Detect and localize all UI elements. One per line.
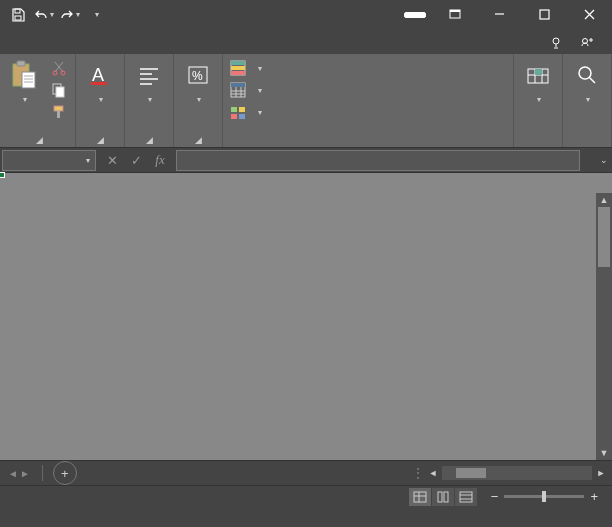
dialog-launcher-icon[interactable]: ◢ bbox=[146, 135, 153, 145]
svg-rect-32 bbox=[231, 66, 245, 70]
ribbon: ▾ ◢ A▾ ◢ ▾ ◢ %▾ ◢ ▾ ▾ ▾ bbox=[0, 54, 612, 148]
tell-me-button[interactable] bbox=[544, 32, 571, 54]
copy-button[interactable] bbox=[47, 79, 71, 101]
cell-styles-button[interactable]: ▾ bbox=[227, 101, 265, 123]
group-cells: ▾ bbox=[514, 54, 563, 147]
dialog-launcher-icon[interactable]: ◢ bbox=[97, 135, 104, 145]
group-alignment: ▾ ◢ bbox=[125, 54, 174, 147]
close-button[interactable] bbox=[567, 0, 612, 29]
expand-formula-bar-icon[interactable]: ⌄ bbox=[596, 155, 612, 165]
undo-icon[interactable]: ▾ bbox=[32, 3, 56, 27]
view-normal-icon[interactable] bbox=[409, 488, 431, 506]
sheet-tab-bar: ◄ ► + ⋮ ◄ ► bbox=[0, 460, 612, 485]
quick-access-toolbar: ▾ ▾ ▾ bbox=[0, 3, 108, 27]
group-font: A▾ ◢ bbox=[76, 54, 125, 147]
cells-button[interactable]: ▾ bbox=[518, 57, 558, 106]
cut-button[interactable] bbox=[47, 57, 71, 79]
share-button[interactable] bbox=[575, 32, 602, 54]
title-bar: ▾ ▾ ▾ bbox=[0, 0, 612, 29]
editing-button[interactable]: ▾ bbox=[567, 57, 607, 106]
svg-rect-40 bbox=[231, 107, 237, 112]
new-sheet-button[interactable]: + bbox=[53, 461, 77, 485]
svg-rect-5 bbox=[540, 10, 549, 19]
svg-line-50 bbox=[589, 77, 595, 83]
redo-icon[interactable]: ▾ bbox=[58, 3, 82, 27]
name-box[interactable]: ▾ bbox=[2, 150, 96, 171]
qat-customize-icon[interactable]: ▾ bbox=[84, 3, 108, 27]
sheet-nav-prev-icon[interactable]: ► bbox=[20, 468, 30, 479]
svg-rect-33 bbox=[231, 71, 245, 75]
svg-rect-56 bbox=[460, 492, 472, 502]
number-button[interactable]: %▾ bbox=[178, 57, 218, 106]
cancel-formula-icon[interactable]: ✕ bbox=[102, 153, 122, 168]
save-icon[interactable] bbox=[6, 3, 30, 27]
status-bar: − + bbox=[0, 485, 612, 507]
svg-text:%: % bbox=[192, 69, 203, 83]
maximize-button[interactable] bbox=[522, 0, 567, 29]
svg-rect-20 bbox=[54, 106, 63, 111]
spreadsheet-grid[interactable]: ▲ ▼ bbox=[0, 173, 612, 460]
svg-rect-41 bbox=[239, 107, 245, 112]
paste-button[interactable]: ▾ bbox=[4, 57, 44, 106]
view-page-break-icon[interactable] bbox=[455, 488, 477, 506]
scrollbar-thumb[interactable] bbox=[598, 207, 610, 267]
svg-rect-0 bbox=[15, 9, 20, 13]
formula-input[interactable] bbox=[176, 150, 580, 171]
svg-rect-21 bbox=[57, 111, 60, 118]
group-styles: ▾ ▾ ▾ bbox=[223, 54, 514, 147]
svg-rect-19 bbox=[56, 87, 64, 97]
group-clipboard: ▾ ◢ bbox=[0, 54, 76, 147]
svg-rect-1 bbox=[15, 16, 21, 20]
ribbon-tabs bbox=[0, 29, 612, 54]
group-number: %▾ ◢ bbox=[174, 54, 223, 147]
horizontal-scrollbar[interactable] bbox=[442, 466, 592, 480]
font-button[interactable]: A▾ bbox=[80, 57, 120, 106]
fill-handle[interactable] bbox=[0, 172, 5, 178]
svg-rect-12 bbox=[22, 72, 35, 88]
svg-rect-55 bbox=[444, 492, 448, 502]
dialog-launcher-icon[interactable]: ◢ bbox=[36, 135, 43, 145]
format-painter-button[interactable] bbox=[47, 101, 71, 123]
svg-rect-51 bbox=[414, 492, 426, 502]
svg-rect-42 bbox=[231, 114, 237, 119]
insert-function-icon[interactable]: fx bbox=[150, 152, 170, 168]
svg-rect-54 bbox=[438, 492, 442, 502]
hscroll-thumb[interactable] bbox=[456, 468, 486, 478]
view-page-layout-icon[interactable] bbox=[432, 488, 454, 506]
format-as-table-button[interactable]: ▾ bbox=[227, 79, 265, 101]
formula-bar: ▾ ✕ ✓ fx ⌄ bbox=[0, 148, 612, 173]
zoom-in-button[interactable]: + bbox=[590, 489, 598, 504]
ribbon-options-icon[interactable] bbox=[432, 0, 477, 29]
alignment-button[interactable]: ▾ bbox=[129, 57, 169, 106]
selection-marquee bbox=[0, 173, 4, 177]
sheet-nav-first-icon[interactable]: ◄ bbox=[8, 468, 18, 479]
zoom-out-button[interactable]: − bbox=[491, 489, 499, 504]
hscroll-right-icon[interactable]: ► bbox=[594, 468, 608, 478]
svg-rect-31 bbox=[231, 61, 245, 65]
scroll-down-icon[interactable]: ▼ bbox=[596, 446, 612, 460]
hscroll-left-icon[interactable]: ◄ bbox=[426, 468, 440, 478]
svg-rect-48 bbox=[535, 69, 542, 75]
enter-formula-icon[interactable]: ✓ bbox=[126, 153, 146, 168]
dialog-launcher-icon[interactable]: ◢ bbox=[195, 135, 202, 145]
svg-rect-11 bbox=[17, 61, 25, 66]
zoom-slider[interactable] bbox=[504, 495, 584, 498]
vertical-scrollbar[interactable]: ▲ ▼ bbox=[596, 193, 612, 460]
svg-rect-43 bbox=[239, 114, 245, 119]
svg-rect-3 bbox=[450, 10, 460, 12]
svg-rect-23 bbox=[91, 82, 107, 85]
svg-point-8 bbox=[553, 38, 559, 44]
conditional-formatting-button[interactable]: ▾ bbox=[227, 57, 265, 79]
group-editing: ▾ bbox=[563, 54, 612, 147]
scroll-up-icon[interactable]: ▲ bbox=[596, 193, 612, 207]
minimize-button[interactable] bbox=[477, 0, 522, 29]
svg-rect-35 bbox=[231, 83, 245, 87]
sign-in-button[interactable] bbox=[404, 12, 426, 18]
